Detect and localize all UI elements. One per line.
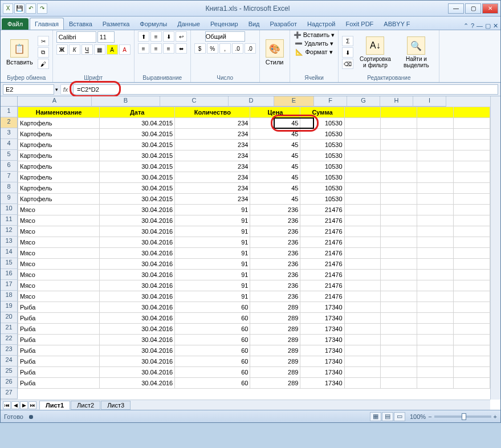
cell[interactable]: 234 [175,129,250,140]
italic-icon[interactable]: К [69,44,80,55]
cell[interactable]: 30.04.2015 [100,183,175,194]
cell[interactable]: 236 [250,270,300,280]
cell[interactable]: 60 [175,302,250,313]
minimize-button[interactable]: — [448,3,464,14]
delete-cells-button[interactable]: ➖ Удалить ▾ [295,40,333,47]
name-box-dropdown-icon[interactable]: ▾ [55,87,58,92]
cell[interactable]: 30.04.2015 [100,118,175,129]
cut-icon[interactable]: ✂ [38,36,49,46]
row-header-3[interactable]: 3 [1,128,18,139]
row-header-18[interactable]: 18 [1,291,18,302]
normal-view-icon[interactable]: ▦ [370,412,381,421]
cell[interactable]: Картофель [18,194,100,205]
row-header-22[interactable]: 22 [1,334,18,345]
cell[interactable]: 91 [175,205,250,215]
cell[interactable]: 234 [175,150,250,161]
cell[interactable]: 21476 [300,291,344,302]
doc-minimize-icon[interactable]: — [476,22,483,30]
cell[interactable]: 21476 [300,237,344,248]
cell[interactable]: Мясо [18,280,100,291]
page-break-view-icon[interactable]: ▭ [394,412,405,421]
cell[interactable]: 289 [250,345,300,356]
cell[interactable]: Рыба [18,356,100,367]
cell[interactable]: 10530 [300,140,344,150]
cell[interactable]: 30.04.2016 [100,324,175,335]
col-header-B[interactable]: B [92,96,160,107]
row-header-16[interactable]: 16 [1,269,18,280]
cell[interactable]: 30.04.2016 [100,205,175,215]
cell[interactable]: 45 [250,150,300,161]
cell[interactable]: 91 [175,248,250,259]
cell[interactable]: 60 [175,313,250,324]
cell[interactable]: Картофель [18,183,100,194]
align-left-icon[interactable]: ≡ [138,43,149,54]
row-header-7[interactable]: 7 [1,172,18,182]
cell[interactable]: 45 [250,183,300,194]
cell[interactable]: 91 [175,259,250,270]
styles-button[interactable]: 🎨 Стили [263,38,286,67]
cell[interactable]: 30.04.2016 [100,215,175,226]
fx-icon[interactable]: fx [60,84,71,95]
currency-icon[interactable]: $ [194,43,206,54]
format-cells-button[interactable]: 📐 Формат ▾ [295,48,332,56]
header-cell[interactable]: Сумма [300,107,344,118]
cell[interactable]: 289 [250,335,300,345]
cell[interactable]: 30.04.2016 [100,248,175,259]
cell[interactable]: Картофель [18,140,100,150]
cell[interactable]: 236 [250,291,300,302]
cell[interactable]: Рыба [18,313,100,324]
cell[interactable]: 17340 [300,356,344,367]
cell[interactable]: 30.04.2016 [100,356,175,367]
cell[interactable]: 17340 [300,345,344,356]
underline-icon[interactable]: Ч [82,44,93,55]
cell[interactable]: 21476 [300,270,344,280]
save-icon[interactable]: 💾 [14,3,25,14]
cell[interactable]: 236 [250,259,300,270]
cell[interactable]: 21476 [300,280,344,291]
cell[interactable]: 30.04.2016 [100,270,175,280]
row-header-9[interactable]: 9 [1,193,18,204]
wrap-text-icon[interactable]: ↩ [176,31,187,42]
cell[interactable]: 30.04.2016 [100,280,175,291]
maximize-button[interactable]: ▢ [465,3,481,14]
next-sheet-icon[interactable]: ▶ [20,401,28,409]
cell[interactable]: 21476 [300,226,344,237]
percent-icon[interactable]: % [207,43,218,54]
bold-icon[interactable]: Ж [56,44,68,55]
cell[interactable]: Мясо [18,237,100,248]
cell[interactable]: 236 [250,248,300,259]
cell[interactable]: Мясо [18,205,100,215]
cell[interactable]: Рыба [18,345,100,356]
first-sheet-icon[interactable]: ⏮ [3,401,11,409]
cell[interactable]: 236 [250,205,300,215]
row-header-19[interactable]: 19 [1,302,18,312]
row-header-13[interactable]: 13 [1,237,18,247]
font-color-icon[interactable]: A [119,44,131,55]
cell[interactable]: 45 [250,194,300,205]
cell[interactable]: 91 [175,291,250,302]
row-header-14[interactable]: 14 [1,247,18,258]
col-header-C[interactable]: C [160,96,229,107]
cell[interactable]: 234 [175,140,250,150]
cell[interactable]: Рыба [18,302,100,313]
column-headers[interactable]: ABCDEFGHI [18,96,490,107]
row-header-6[interactable]: 6 [1,161,18,172]
insert-cells-button[interactable]: ➕ Вставить ▾ [294,31,335,39]
cell[interactable]: Картофель [18,129,100,140]
cell[interactable]: 30.04.2015 [100,140,175,150]
cell[interactable]: 21476 [300,205,344,215]
cell[interactable]: 236 [250,226,300,237]
cell[interactable]: 91 [175,280,250,291]
cell[interactable]: 234 [175,161,250,172]
cell[interactable]: 10530 [300,183,344,194]
cell[interactable]: 30.04.2016 [100,237,175,248]
cell[interactable]: 45 [250,161,300,172]
cell[interactable]: Мясо [18,291,100,302]
row-header-21[interactable]: 21 [1,323,18,334]
tab-data[interactable]: Данные [172,18,205,30]
row-header-5[interactable]: 5 [1,150,18,161]
cell[interactable]: Мясо [18,270,100,280]
cell[interactable]: Картофель [18,118,100,129]
zoom-in-icon[interactable]: + [494,413,497,420]
cell[interactable]: 234 [175,118,250,129]
